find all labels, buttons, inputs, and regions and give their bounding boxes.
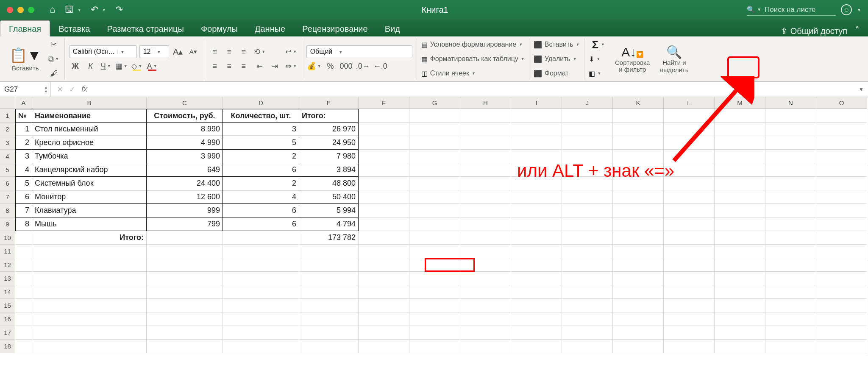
cell-H15[interactable] xyxy=(460,299,511,312)
cell-K11[interactable] xyxy=(613,245,664,258)
cell-E15[interactable] xyxy=(299,299,359,312)
cell-N12[interactable] xyxy=(765,258,816,272)
tab-view[interactable]: Вид xyxy=(376,21,409,36)
column-header-H[interactable]: H xyxy=(460,97,511,109)
cell-L2[interactable] xyxy=(664,123,715,136)
cell-I14[interactable] xyxy=(511,285,562,299)
cell-C18[interactable] xyxy=(147,340,223,353)
cell-H3[interactable] xyxy=(460,136,511,150)
percent-button[interactable]: % xyxy=(324,60,337,72)
cell-L9[interactable] xyxy=(664,217,715,231)
cell-D13[interactable] xyxy=(223,272,299,285)
cell-J18[interactable] xyxy=(562,340,613,353)
cell-J8[interactable] xyxy=(562,204,613,217)
format-painter-button[interactable]: 🖌 xyxy=(47,67,60,80)
cell-J16[interactable] xyxy=(562,312,613,326)
increase-decimal-button[interactable]: .0→ xyxy=(356,60,370,72)
merge-button[interactable]: ⇔▼ xyxy=(285,60,298,72)
cell-C13[interactable] xyxy=(147,272,223,285)
cell-C17[interactable] xyxy=(147,326,223,340)
cell-N3[interactable] xyxy=(765,136,816,150)
cell-F7[interactable] xyxy=(359,190,409,204)
cell-B16[interactable] xyxy=(32,312,147,326)
fill-button[interactable]: ⬇▼ xyxy=(589,53,609,65)
tab-insert[interactable]: Вставка xyxy=(50,21,98,36)
cell-L7[interactable] xyxy=(664,190,715,204)
cell-D10[interactable] xyxy=(223,231,299,245)
cell-E13[interactable] xyxy=(299,272,359,285)
autosum-button[interactable]: Σ▼ xyxy=(589,38,609,51)
cell-E2[interactable]: 26 970 xyxy=(299,123,359,136)
column-header-D[interactable]: D xyxy=(223,97,299,109)
cell-O6[interactable] xyxy=(816,177,867,190)
cell-K15[interactable] xyxy=(613,299,664,312)
row-header-14[interactable]: 14 xyxy=(0,285,15,299)
cell-E7[interactable]: 50 400 xyxy=(299,190,359,204)
cell-H4[interactable] xyxy=(460,150,511,163)
cell-C10[interactable] xyxy=(147,231,223,245)
cell-E18[interactable] xyxy=(299,340,359,353)
copy-button[interactable]: ⧉▼ xyxy=(47,53,60,65)
search-input[interactable] xyxy=(764,5,836,14)
cell-G18[interactable] xyxy=(409,340,460,353)
cell-B17[interactable] xyxy=(32,326,147,340)
cell-N8[interactable] xyxy=(765,204,816,217)
cell-K7[interactable] xyxy=(613,190,664,204)
cell-I17[interactable] xyxy=(511,326,562,340)
cell-C12[interactable] xyxy=(147,258,223,272)
cell-M6[interactable] xyxy=(715,177,765,190)
cell-C14[interactable] xyxy=(147,285,223,299)
redo-icon[interactable]: ↷ xyxy=(115,4,123,15)
row-header-15[interactable]: 15 xyxy=(0,299,15,312)
insert-cells-button[interactable]: ⬛Вставить▼ xyxy=(534,38,580,51)
cell-C15[interactable] xyxy=(147,299,223,312)
cell-J2[interactable] xyxy=(562,123,613,136)
cell-B13[interactable] xyxy=(32,272,147,285)
cell-F5[interactable] xyxy=(359,163,409,177)
cell-J4[interactable] xyxy=(562,150,613,163)
cell-H13[interactable] xyxy=(460,272,511,285)
cell-C8[interactable]: 999 xyxy=(147,204,223,217)
cell-J14[interactable] xyxy=(562,285,613,299)
decrease-decimal-button[interactable]: ←.0 xyxy=(373,60,388,72)
wrap-text-button[interactable]: ↩▼ xyxy=(285,45,298,58)
column-header-A[interactable]: A xyxy=(15,97,32,109)
cell-K14[interactable] xyxy=(613,285,664,299)
cell-D9[interactable]: 6 xyxy=(223,217,299,231)
cell-E17[interactable] xyxy=(299,326,359,340)
collapse-ribbon-icon[interactable]: ˄ xyxy=(855,25,860,36)
worksheet[interactable]: ABCDEFGHIJKLMNO1№НаименованиеСтоимость, … xyxy=(0,97,868,353)
cell-O10[interactable] xyxy=(816,231,867,245)
number-format-combo[interactable]: Общий▼ xyxy=(306,45,412,58)
cell-F2[interactable] xyxy=(359,123,409,136)
column-header-J[interactable]: J xyxy=(562,97,613,109)
cell-H9[interactable] xyxy=(460,217,511,231)
cell-O15[interactable] xyxy=(816,299,867,312)
currency-button[interactable]: 💰▼ xyxy=(306,60,322,72)
column-header-N[interactable]: N xyxy=(765,97,816,109)
row-header-1[interactable]: 1 xyxy=(0,109,15,123)
cell-I2[interactable] xyxy=(511,123,562,136)
cell-D8[interactable]: 6 xyxy=(223,204,299,217)
delete-cells-button[interactable]: ⬛Удалить▼ xyxy=(534,53,580,65)
row-header-4[interactable]: 4 xyxy=(0,150,15,163)
cell-F8[interactable] xyxy=(359,204,409,217)
cell-E8[interactable]: 5 994 xyxy=(299,204,359,217)
align-right-button[interactable]: ≡ xyxy=(237,60,250,72)
tab-data[interactable]: Данные xyxy=(246,21,294,36)
cell-E5[interactable]: 3 894 xyxy=(299,163,359,177)
cell-G16[interactable] xyxy=(409,312,460,326)
cell-M1[interactable] xyxy=(715,109,765,123)
cell-K8[interactable] xyxy=(613,204,664,217)
formula-input[interactable] xyxy=(93,82,859,97)
cell-J11[interactable] xyxy=(562,245,613,258)
cell-G6[interactable] xyxy=(409,177,460,190)
cell-N14[interactable] xyxy=(765,285,816,299)
format-as-table-button[interactable]: ▦Форматировать как таблицу▼ xyxy=(421,53,525,65)
cell-A1[interactable]: № xyxy=(15,109,32,123)
cell-I11[interactable] xyxy=(511,245,562,258)
cell-B8[interactable]: Клавиатура xyxy=(32,204,147,217)
cell-M8[interactable] xyxy=(715,204,765,217)
cell-L6[interactable] xyxy=(664,177,715,190)
row-header-10[interactable]: 10 xyxy=(0,231,15,245)
